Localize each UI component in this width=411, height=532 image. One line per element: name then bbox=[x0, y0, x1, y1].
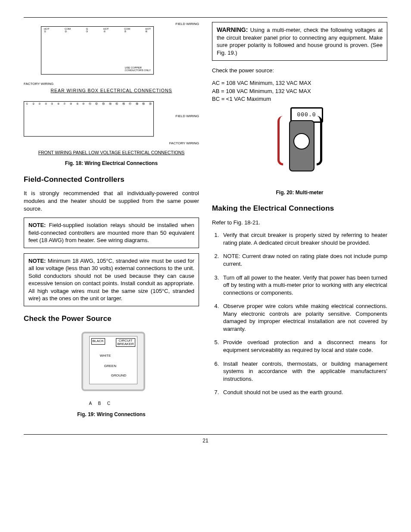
fig20-diagram: 000.0 bbox=[274, 107, 326, 185]
note1-label: NOTE: bbox=[28, 222, 46, 228]
terminal-numbers: ①②③④⑤⑥⑦⑧⑨⑩⑪⑫⑬⑭⑮⑯⑰⑱⑲⑳ bbox=[26, 103, 152, 105]
step-6: Install heater controls, thermostats, or… bbox=[221, 360, 387, 383]
warning-box: WARNING: Using a multi-meter, check the … bbox=[212, 22, 387, 61]
note2-label: NOTE: bbox=[28, 258, 46, 264]
voltage-list: AC = 108 VAC Minimum, 132 VAC MAX AB = 1… bbox=[212, 79, 387, 103]
top-rule bbox=[24, 17, 387, 18]
label-green: GREEN bbox=[104, 364, 116, 369]
fig19-caption: Fig. 19: Wiring Connections bbox=[24, 411, 199, 418]
step-3: Turn off all power to the heater. Verify… bbox=[221, 274, 387, 297]
step-4: Observe proper wire colors while making … bbox=[221, 302, 387, 333]
step-7: Conduit should not be used as the earth … bbox=[221, 389, 387, 396]
para-check-source: Check the power source: bbox=[212, 67, 387, 75]
label-circuit-breaker: CIRCUITBREAKER bbox=[116, 338, 135, 347]
voltage-ac: AC = 108 VAC Minimum, 132 VAC MAX bbox=[212, 79, 387, 87]
para-field-controllers: It is strongly recommended that all indi… bbox=[24, 190, 199, 212]
label-black: BLACK bbox=[91, 338, 105, 345]
use-copper-label: USE COPPERCONDUCTORS ONLY bbox=[125, 66, 151, 72]
fig19-diagram: BLACK CIRCUITBREAKER WHITE GREEN GROUND … bbox=[77, 329, 146, 407]
voltage-ab: AB = 108 VAC Minimum, 132 VAC MAX bbox=[212, 87, 387, 95]
label-ground: GROUND bbox=[111, 373, 127, 378]
note1-body: Field-supplied isolation relays should b… bbox=[28, 222, 194, 243]
two-column-layout: FIELD WIRING HOT①COM②G③HOT④COM⑤HOT⑥ USE … bbox=[24, 22, 387, 426]
fig18-rear-caption: REAR WIRING BOX ELECTRICAL CONNECTIONS bbox=[24, 87, 199, 93]
fig18-caption: Fig. 18: Wiring Electrical Connections bbox=[24, 160, 199, 167]
warning-label: WARNING: bbox=[217, 26, 248, 33]
label-abc: A B C bbox=[89, 401, 113, 407]
left-column: FIELD WIRING HOT①COM②G③HOT④COM⑤HOT⑥ USE … bbox=[24, 22, 199, 426]
factory-wiring-label-2: FACTORY WIRING bbox=[169, 141, 199, 146]
page-number: 21 bbox=[24, 437, 387, 444]
para-refer: Refer to Fig. 18-21. bbox=[212, 219, 387, 227]
step-2: NOTE: Current draw noted on rating plate… bbox=[221, 252, 387, 268]
fig20-caption: Fig. 20: Multi-meter bbox=[212, 189, 387, 196]
heading-field-controllers: Field-Connected Controllers bbox=[24, 175, 199, 185]
heading-making-connections: Making the Electrical Connections bbox=[212, 204, 387, 214]
right-column: WARNING: Using a multi-meter, check the … bbox=[212, 22, 387, 426]
field-wiring-label: FIELD WIRING bbox=[175, 22, 199, 27]
step-1: Verify that circuit breaker is properly … bbox=[221, 231, 387, 246]
label-white: WHITE bbox=[100, 354, 111, 358]
field-wiring-label-2: FIELD WIRING bbox=[175, 114, 199, 119]
rear-wiring-box: HOT①COM②G③HOT④COM⑤HOT⑥ USE COPPERCONDUCT… bbox=[41, 26, 154, 75]
terminal-labels-top: HOT①COM②G③HOT④COM⑤HOT⑥ bbox=[44, 28, 151, 33]
fig18-front-caption: FRONT WIRING PANEL LOW VOLTAGE ELECTRICA… bbox=[24, 149, 199, 156]
note2-body: Minimum 18 AWG, 105°C, stranded wire mus… bbox=[28, 258, 194, 302]
voltage-bc: BC = <1 VAC Maximum bbox=[212, 95, 387, 103]
note-box-1: NOTE: Field-supplied isolation relays sh… bbox=[24, 218, 199, 248]
fig18-front-diagram: ①②③④⑤⑥⑦⑧⑨⑩⑪⑫⑬⑭⑮⑯⑰⑱⑲⑳ FIELD WIRING FACTOR… bbox=[24, 97, 199, 149]
factory-wiring-label: FACTORY WIRING bbox=[24, 82, 53, 87]
heading-check-power: Check the Power Source bbox=[24, 314, 199, 324]
front-wiring-panel: ①②③④⑤⑥⑦⑧⑨⑩⑪⑫⑬⑭⑮⑯⑰⑱⑲⑳ bbox=[24, 101, 154, 137]
note-box-2: NOTE: Minimum 18 AWG, 105°C, stranded wi… bbox=[24, 253, 199, 306]
steps-list: Verify that circuit breaker is properly … bbox=[212, 231, 387, 396]
fig18-rear-diagram: FIELD WIRING HOT①COM②G③HOT④COM⑤HOT⑥ USE … bbox=[24, 22, 199, 87]
bottom-rule bbox=[24, 434, 387, 435]
step-5: Provide overload protection and a discon… bbox=[221, 339, 387, 354]
